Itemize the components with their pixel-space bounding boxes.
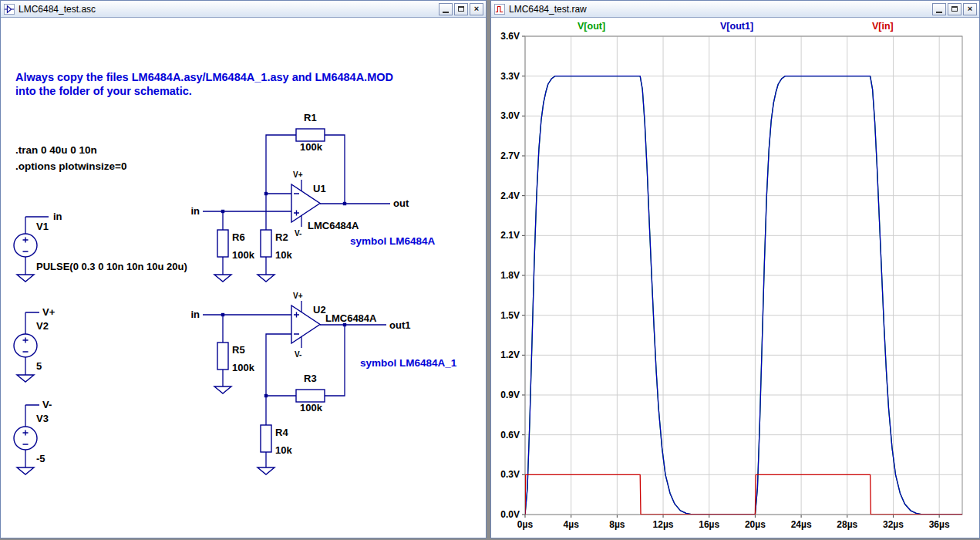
net-label-out1[interactable]: out1 — [389, 319, 410, 331]
schematic-window: LMC6484_test.asc × Always copy the files… — [0, 0, 487, 538]
svg-text:8µs: 8µs — [609, 519, 625, 530]
svg-text:28µs: 28µs — [837, 519, 857, 530]
comment-text-line1[interactable]: Always copy the files LM6484A.asy/LM6484… — [15, 71, 393, 83]
ground-symbol — [17, 467, 34, 474]
svg-text:0.9V: 0.9V — [500, 390, 520, 400]
schematic-canvas[interactable]: Always copy the files LM6484A.asy/LM6484… — [1, 18, 486, 538]
u1-vminus-flag[interactable]: V- — [295, 229, 301, 238]
svg-text:36µs: 36µs — [929, 519, 950, 530]
r1-name[interactable]: R1 — [304, 112, 317, 123]
ground-symbol — [17, 275, 34, 282]
r4-name[interactable]: R4 — [275, 427, 288, 438]
v3-name[interactable]: V3 — [36, 413, 49, 424]
svg-text:4µs: 4µs — [564, 519, 580, 530]
v3-voltage-source[interactable]: V- V3 -5 — [14, 399, 52, 474]
svg-text:20µs: 20µs — [745, 519, 766, 530]
svg-text:1.2V: 1.2V — [500, 349, 520, 360]
svg-text:0µs: 0µs — [517, 519, 534, 530]
waveform-titlebar[interactable]: LMC6484_test.raw × — [491, 1, 979, 18]
net-label-in[interactable]: in — [190, 309, 200, 320]
r6-value[interactable]: 100k — [232, 249, 255, 261]
r1-resistor[interactable]: R1 100k — [296, 112, 325, 153]
r6-resistor[interactable]: R6 100k — [214, 230, 255, 282]
v1-name[interactable]: V1 — [36, 221, 49, 232]
ground-symbol — [258, 467, 274, 474]
svg-text:2.4V: 2.4V — [500, 191, 520, 201]
r5-value[interactable]: 100k — [232, 362, 255, 373]
schematic-titlebar[interactable]: LMC6484_test.asc × — [1, 1, 486, 18]
close-button[interactable]: × — [963, 3, 977, 15]
r4-resistor[interactable]: R4 10k — [258, 425, 292, 474]
maximize-button[interactable] — [454, 3, 468, 15]
maximize-button[interactable] — [948, 3, 961, 15]
net-label-vminus[interactable]: V- — [42, 399, 52, 410]
u2-vplus-flag[interactable]: V+ — [293, 292, 303, 300]
r4-value[interactable]: 10k — [275, 444, 292, 456]
minimize-button[interactable] — [439, 3, 453, 15]
svg-text:2.1V: 2.1V — [500, 230, 520, 241]
comment-text-line2[interactable]: into the folder of your schematic. — [15, 85, 192, 97]
waveform-window: LMC6484_test.raw × V[out] V[out1] V[in] … — [490, 0, 980, 538]
svg-text:2.7V: 2.7V — [500, 150, 520, 161]
r6-name[interactable]: R6 — [232, 231, 245, 243]
svg-text:3.6V: 3.6V — [500, 31, 520, 42]
close-button[interactable]: × — [470, 3, 483, 15]
ground-symbol — [258, 275, 274, 282]
close-icon: × — [474, 5, 479, 13]
minimize-icon — [443, 12, 449, 13]
v2-voltage-source[interactable]: V+ V2 5 — [14, 306, 56, 382]
r1-value[interactable]: 100k — [300, 141, 323, 153]
r2-value[interactable]: 10k — [275, 249, 292, 261]
net-label-in[interactable]: in — [53, 211, 62, 222]
u2-name[interactable]: U2 — [313, 304, 326, 316]
options-directive[interactable]: .options plotwinsize=0 — [15, 160, 126, 172]
svg-text:3.3V: 3.3V — [500, 71, 520, 82]
r5-resistor[interactable]: R5 100k — [214, 343, 255, 393]
v2-name[interactable]: V2 — [36, 320, 49, 332]
u2-stage-wires[interactable] — [203, 301, 386, 467]
v3-value[interactable]: -5 — [36, 453, 45, 464]
r3-resistor[interactable]: R3 100k — [296, 373, 325, 413]
svg-text:3.0V: 3.0V — [500, 110, 520, 121]
svg-text:16µs: 16µs — [699, 519, 719, 530]
opamp-schematic-icon — [3, 3, 15, 15]
ground-symbol — [17, 375, 34, 382]
u1-stage-wires[interactable] — [203, 135, 390, 275]
svg-text:0.0V: 0.0V — [500, 509, 520, 520]
ground-symbol — [214, 275, 231, 282]
waveform-plot[interactable]: 0µs4µs8µs12µs16µs20µs24µs28µs32µs36µs0.0… — [491, 18, 979, 538]
v1-voltage-source[interactable]: in V1 PULSE(0 0.3 0 10n 10n 10u 20u) — [14, 211, 187, 282]
u1-vplus-flag[interactable]: V+ — [293, 170, 303, 179]
v1-value[interactable]: PULSE(0 0.3 0 10n 10n 10u 20u) — [36, 261, 187, 272]
u2-value[interactable]: LMC6484A — [325, 312, 377, 324]
maximize-icon — [458, 6, 464, 12]
r2-resistor[interactable]: R2 10k — [258, 230, 292, 282]
r3-name[interactable]: R3 — [304, 373, 317, 384]
svg-text:24µs: 24µs — [791, 519, 812, 530]
u1-value[interactable]: LMC6484A — [308, 220, 359, 231]
net-label-vplus[interactable]: V+ — [42, 306, 56, 318]
maximize-icon — [951, 6, 958, 12]
svg-text:0.6V: 0.6V — [500, 430, 520, 440]
r2-name[interactable]: R2 — [275, 231, 288, 243]
symbol-note-1[interactable]: symbol LM6484A — [350, 235, 436, 247]
net-label-out[interactable]: out — [393, 197, 409, 209]
ground-symbol — [214, 386, 231, 393]
minimize-button[interactable] — [932, 3, 946, 15]
svg-text:0.3V: 0.3V — [500, 469, 520, 480]
waveform-canvas[interactable]: V[out] V[out1] V[in] 0µs4µs8µs12µs16µs20… — [491, 18, 979, 538]
r5-name[interactable]: R5 — [232, 344, 245, 356]
window-title: LMC6484_test.raw — [509, 4, 929, 15]
svg-text:1.8V: 1.8V — [500, 270, 520, 281]
svg-text:12µs: 12µs — [653, 519, 674, 530]
tran-directive[interactable]: .tran 0 40u 0 10n — [15, 144, 97, 156]
u1-name[interactable]: U1 — [313, 183, 326, 194]
symbol-note-2[interactable]: symbol LM6484A_1 — [360, 357, 457, 369]
net-label-in[interactable]: in — [190, 205, 200, 217]
svg-text:32µs: 32µs — [883, 519, 904, 530]
v2-value[interactable]: 5 — [36, 360, 42, 372]
window-title: LMC6484_test.asc — [19, 4, 436, 15]
waveform-icon — [493, 3, 506, 15]
u2-vminus-flag[interactable]: V- — [295, 350, 301, 359]
r3-value[interactable]: 100k — [300, 402, 323, 413]
